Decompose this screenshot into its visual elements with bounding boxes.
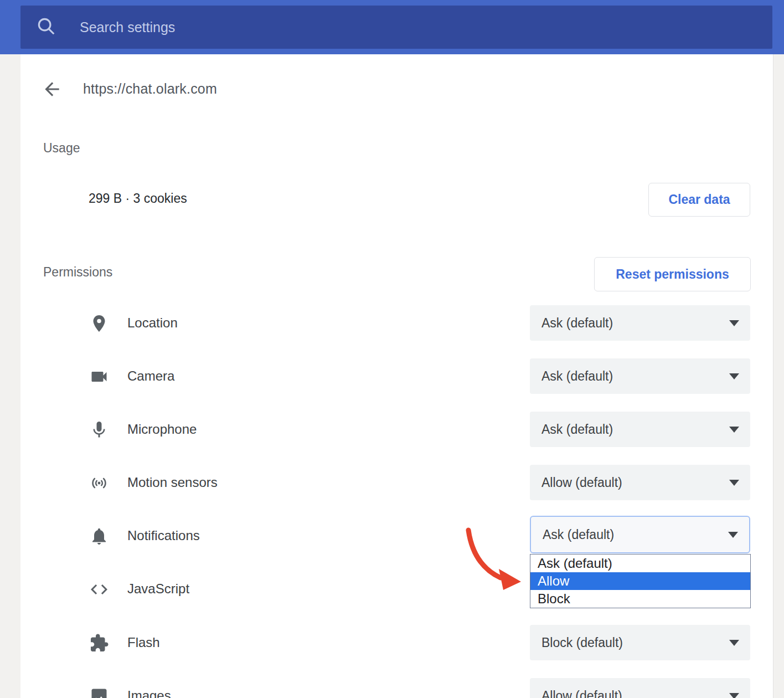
camera-icon xyxy=(89,367,109,387)
back-button[interactable] xyxy=(41,78,63,100)
settings-header xyxy=(0,0,784,54)
location-permission-value: Ask (default) xyxy=(541,316,613,331)
chevron-down-icon xyxy=(728,532,738,538)
chevron-down-icon xyxy=(729,693,739,698)
images-permission-select[interactable]: Allow (default) xyxy=(530,678,750,698)
image-icon xyxy=(89,686,109,698)
usage-value: 299 B · 3 cookies xyxy=(89,191,187,206)
camera-permission-value: Ask (default) xyxy=(541,369,613,384)
bell-icon xyxy=(89,526,109,546)
dropdown-option-block[interactable]: Block xyxy=(530,590,750,608)
chevron-down-icon xyxy=(729,320,739,326)
chevron-down-icon xyxy=(729,480,739,486)
microphone-permission-value: Ask (default) xyxy=(541,422,613,437)
notifications-permission-select[interactable]: Ask (default) xyxy=(530,516,750,553)
permission-label-flash: Flash xyxy=(127,635,160,650)
search-icon xyxy=(35,16,56,39)
permission-label-notifications: Notifications xyxy=(127,528,200,543)
notifications-permission-value: Ask (default) xyxy=(543,527,614,542)
usage-section-label: Usage xyxy=(43,141,80,156)
puzzle-icon xyxy=(89,633,109,653)
images-permission-value: Allow (default) xyxy=(541,689,622,698)
search-input[interactable] xyxy=(79,19,579,36)
camera-permission-select[interactable]: Ask (default) xyxy=(530,358,750,394)
permission-label-motion-sensors: Motion sensors xyxy=(127,475,218,490)
clear-data-button[interactable]: Clear data xyxy=(648,183,750,217)
code-icon xyxy=(89,579,109,599)
permission-label-camera: Camera xyxy=(127,368,174,384)
permission-label-images: Images xyxy=(127,688,171,698)
dropdown-option-allow[interactable]: Allow xyxy=(530,572,750,590)
dropdown-option-ask-default[interactable]: Ask (default) xyxy=(530,555,750,572)
location-permission-select[interactable]: Ask (default) xyxy=(530,305,750,341)
settings-search-box[interactable] xyxy=(20,6,772,49)
flash-permission-select[interactable]: Block (default) xyxy=(530,625,750,660)
location-pin-icon xyxy=(89,314,109,333)
motion-sensors-permission-value: Allow (default) xyxy=(541,475,622,490)
motion-sensors-icon xyxy=(89,473,109,493)
flash-permission-value: Block (default) xyxy=(541,635,623,650)
motion-sensors-permission-select[interactable]: Allow (default) xyxy=(530,465,750,500)
permissions-section-label: Permissions xyxy=(43,265,112,280)
permission-label-javascript: JavaScript xyxy=(127,581,189,597)
site-settings-page: https://chat.olark.com Usage 299 B · 3 c… xyxy=(0,0,784,698)
microphone-permission-select[interactable]: Ask (default) xyxy=(530,412,750,447)
chevron-down-icon xyxy=(729,373,739,379)
chevron-down-icon xyxy=(729,427,739,433)
notifications-dropdown-listbox: Ask (default) Allow Block xyxy=(530,554,751,608)
microphone-icon xyxy=(89,420,109,440)
permission-label-microphone: Microphone xyxy=(127,422,197,437)
site-url: https://chat.olark.com xyxy=(83,81,217,97)
permission-label-location: Location xyxy=(127,315,178,331)
reset-permissions-button[interactable]: Reset permissions xyxy=(594,257,751,291)
chevron-down-icon xyxy=(729,640,739,646)
